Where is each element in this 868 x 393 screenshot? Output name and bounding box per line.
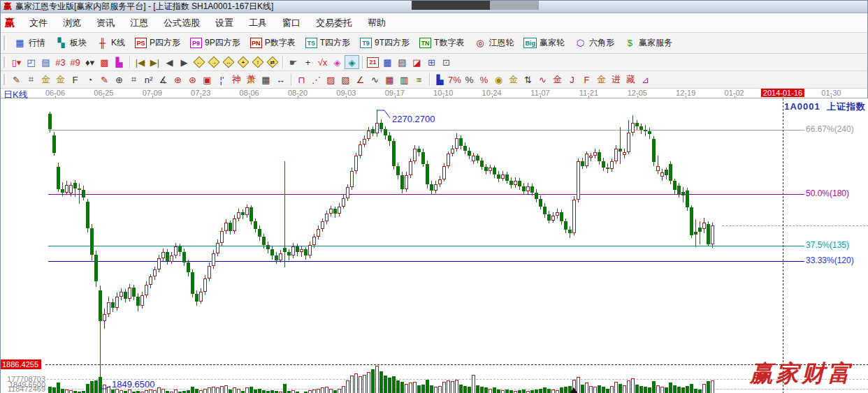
fan-angle-tool[interactable]: ∠ (353, 73, 368, 87)
t-number-table-button[interactable]: TNT数字表 (414, 35, 469, 51)
pattern-box-tool[interactable]: ▩ (97, 55, 112, 69)
menu-settings[interactable]: 设置 (208, 15, 241, 31)
menu-gann[interactable]: 江恩 (122, 15, 156, 31)
chart-3-tool[interactable]: #3 (53, 55, 68, 69)
j-angle-tool[interactable]: J (565, 73, 579, 87)
shade-grid-tool-1[interactable]: ▨ (324, 73, 338, 87)
spiral-tool[interactable]: ◔ (82, 73, 97, 87)
diamond-shift-left-button[interactable]: ← (191, 55, 206, 69)
diamond-v-zoom-button[interactable]: ↕ (250, 55, 265, 69)
menu-news[interactable]: 资讯 (89, 15, 122, 31)
f-angle-tool[interactable]: F (579, 73, 594, 87)
percent-tool[interactable]: % (462, 73, 477, 87)
hidden-angle-tool[interactable]: 藏 (623, 73, 638, 87)
9p-square-button[interactable]: P99P四方形 (185, 35, 245, 51)
gold-ratio-tool-2[interactable]: 金 (53, 73, 68, 87)
gann-fan-tool[interactable]: ⋰ (309, 73, 324, 87)
red-mesh-tool[interactable]: ▦ (382, 73, 397, 87)
star-cycle-tool[interactable]: ⊛ (185, 73, 200, 87)
menu-file[interactable]: 文件 (22, 15, 55, 31)
winner-wheel-button[interactable]: Big赢家轮 (519, 35, 570, 51)
kline-style-tool[interactable]: ▯▾ (9, 55, 24, 69)
formula-tool[interactable]: √x (315, 55, 330, 69)
color-histogram-tool[interactable]: ▙ (112, 55, 126, 69)
brush-tool[interactable]: ✎ (9, 73, 24, 87)
gold-red-tool[interactable]: 金 (550, 73, 565, 87)
calendar-tool[interactable]: 21 (366, 55, 380, 69)
purple-triangle-tool[interactable]: ⊿ (638, 73, 653, 87)
diamond-zoom-in-button[interactable]: + (236, 55, 250, 69)
red-wave-tool[interactable]: ∿ (535, 73, 550, 87)
print-tool[interactable]: ⊡ (439, 55, 454, 69)
p-number-table-button[interactable]: PNP数字表 (245, 35, 301, 51)
gold-lines-tool[interactable]: 金 (506, 73, 521, 87)
menu-browse[interactable]: 浏览 (55, 15, 89, 31)
title-bar[interactable]: 赢 赢家江恩专业版[赢家内部服务平台] - [上证指数 SH1A0001-167… (1, 1, 867, 13)
p-square-button[interactable]: PSP四方形 (130, 35, 185, 51)
toolbar-grip[interactable] (3, 36, 6, 50)
chart-9-tool[interactable]: #9 (68, 55, 82, 69)
circle-cycle-tool[interactable]: ⊕ (112, 73, 126, 87)
numbered-grid-tool[interactable]: ▥ (397, 73, 412, 87)
bar-density-tool[interactable]: ⌗ (24, 73, 38, 87)
toolbar-grip[interactable] (3, 57, 6, 68)
calculator-tool[interactable]: ▦ (380, 55, 395, 69)
sort-levels-tool[interactable]: ⇅ (521, 73, 535, 87)
n-square-tool[interactable]: n² (141, 73, 156, 87)
winner-service-button[interactable]: $赢家服务 (619, 35, 677, 51)
tick-marks-tool[interactable]: ¦' (215, 73, 229, 87)
menu-window[interactable]: 窗口 (275, 15, 308, 31)
next-bar-button[interactable]: ▶ (177, 55, 191, 69)
diamond-reset-button[interactable]: ⇄ (265, 55, 280, 69)
info-panel-tool[interactable]: ▤ (38, 55, 53, 69)
crosshair-tool[interactable]: + (301, 55, 315, 69)
xiao-tool[interactable]: 萧 (244, 73, 259, 87)
fibonacci-tool[interactable]: F (68, 73, 82, 87)
export-tool[interactable]: ⊞ (424, 55, 439, 69)
t-square-button[interactable]: TST四方形 (301, 35, 355, 51)
notes-tool[interactable]: ▤ (395, 55, 410, 69)
drop-style-tool[interactable]: ♦▾ (82, 55, 97, 69)
hexagon-button[interactable]: ⬡六角形 (570, 35, 619, 51)
9t-square-button[interactable]: T99T四方形 (355, 35, 414, 51)
diamond-shift-right-button[interactable]: → (206, 55, 221, 69)
chart-window-tool[interactable]: ◰ (24, 55, 38, 69)
toolbar-grip[interactable] (3, 74, 6, 86)
save-tool[interactable]: ◪ (410, 55, 424, 69)
last-bar-button[interactable]: ▶| (147, 55, 162, 69)
span-measure-tool[interactable]: ↔ (273, 73, 288, 87)
sectors-button[interactable]: ▚板块 (50, 35, 92, 51)
kline-button[interactable]: ╫K线 (92, 35, 130, 51)
teal-grid-tool[interactable]: ◈ (345, 55, 359, 69)
quotes-button[interactable]: ▦行情 (9, 35, 50, 51)
chart-plot[interactable]: 1A0001 上证指数 66.67%(240)50.0%(180)37.5%(1… (1, 98, 868, 393)
parallel-lines-tool[interactable]: ≡ (412, 73, 426, 87)
menu-trade-order[interactable]: 交易委托 (308, 15, 360, 31)
hand-tool[interactable]: ☛ (286, 55, 301, 69)
pink-grid-tool[interactable]: ◈ (330, 55, 345, 69)
red-grid-tool[interactable]: ▣ (200, 73, 215, 87)
shade-grid-tool-2[interactable]: ▧ (338, 73, 353, 87)
compass-tool[interactable]: ⊕ (171, 73, 185, 87)
gann-wheel-button[interactable]: ◎江恩轮 (469, 35, 519, 51)
menu-help[interactable]: 帮助 (360, 15, 393, 31)
diamond-h-zoom-button[interactable]: ↔ (221, 55, 236, 69)
bar-count-tool[interactable]: ⌗ (126, 73, 141, 87)
percent-lines-tool[interactable]: % (477, 73, 491, 87)
grid-123-tool[interactable]: ▦ (259, 73, 273, 87)
pen-tool[interactable]: ✎ (97, 73, 112, 87)
gold-angle-tool[interactable]: 金 (594, 73, 609, 87)
gold-ratio-tool-1[interactable]: 金 (38, 73, 53, 87)
angle-tool[interactable]: ∡ (156, 73, 171, 87)
first-bar-button[interactable]: |◀ (133, 55, 147, 69)
advance-angle-tool[interactable]: 进 (609, 73, 623, 87)
menu-formula-stock-picking[interactable]: 公式选股 (156, 15, 208, 31)
box-range-tool[interactable]: ⊓ (294, 73, 309, 87)
prev-bar-button[interactable]: ◀ (162, 55, 177, 69)
menu-tools[interactable]: 工具 (241, 15, 275, 31)
seven-percent-tool[interactable]: 7% (447, 73, 462, 87)
gold-circle-tool[interactable]: ◉ (491, 73, 506, 87)
step-chart-tool[interactable]: ▙ (433, 73, 447, 87)
zigzag-wave-tool[interactable]: ∿ (368, 73, 382, 87)
shen-number-tool[interactable]: 神 (229, 73, 244, 87)
